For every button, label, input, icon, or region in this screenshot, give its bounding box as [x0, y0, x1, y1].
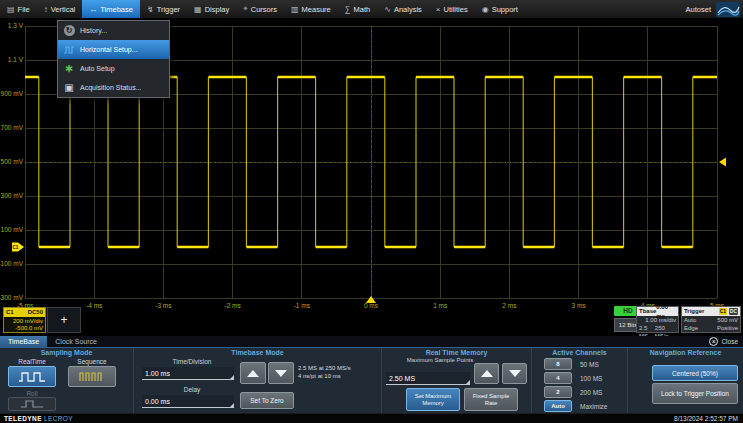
menu-item-label: Utilities — [444, 5, 468, 14]
up-arrow-icon — [481, 370, 493, 377]
sampling-info-text: 2.5 MS at 250 MS/s 4 ns/pt at 10 ms — [298, 364, 380, 380]
svg-text:700 mV: 700 mV — [1, 124, 24, 131]
menu-support[interactable]: ◉Support — [475, 0, 525, 18]
channels-2-button[interactable]: 2 — [544, 386, 572, 398]
channels-row-label: 100 MS — [580, 375, 602, 382]
lecroy-logo-icon — [716, 2, 740, 17]
panel-tab-bar: TimeBase Clock Source × Close — [0, 336, 743, 348]
menu-file[interactable]: ▤File — [0, 0, 37, 18]
menu-item-label: Trigger — [157, 5, 180, 14]
menu-timebase[interactable]: ↔Timebase — [82, 0, 140, 18]
section-active-channels: Active Channels 850 MS4100 MS2200 MSAuto… — [531, 348, 627, 413]
trigger-type: Edge — [684, 324, 698, 332]
plus-icon: + — [60, 313, 67, 327]
max-sample-points-field[interactable]: 2.50 MS — [386, 372, 470, 385]
channels-4-button[interactable]: 4 — [544, 372, 572, 384]
history-icon: ↻ — [63, 25, 75, 37]
realtime-label: RealTime — [4, 358, 60, 365]
max-sample-points-label: Maximum Sample Points — [400, 357, 480, 364]
realtime-button[interactable] — [8, 366, 56, 387]
acquisition-status-icon: ▣ — [63, 82, 75, 94]
menu-item-label: Horizontal Setup... — [80, 46, 138, 53]
menu-math[interactable]: ∑Math — [338, 0, 377, 18]
channel-descriptor-c1[interactable]: C1 DC50 200 mV/div -500.0 mV — [3, 307, 46, 333]
channel-scale: 200 mV/div — [4, 318, 43, 325]
roll-waveform-icon — [20, 399, 44, 409]
trigger-level: 500 mV — [717, 316, 738, 324]
tab-clock-source[interactable]: Clock Source — [47, 336, 105, 347]
svg-text:-300 mV: -300 mV — [0, 294, 24, 301]
svg-text:3 ms: 3 ms — [572, 302, 587, 309]
svg-text:-4 ms: -4 ms — [86, 302, 103, 309]
svg-text:2 ms: 2 ms — [502, 302, 517, 309]
svg-text:0 ms: 0 ms — [364, 302, 379, 309]
menu-item-auto-setup[interactable]: ∗Auto Setup — [58, 59, 169, 78]
menu-item-label: Math — [354, 5, 371, 14]
delay-label: Delay — [142, 386, 242, 393]
menu-item-label: File — [18, 5, 30, 14]
panel-close-button[interactable]: × Close — [709, 336, 743, 347]
channels-row-label: Maximize — [580, 403, 607, 410]
channels-auto-button[interactable]: Auto — [544, 400, 572, 412]
menu-item-acquisition-status[interactable]: ▣Acquisition Status... — [58, 78, 169, 97]
menu-vertical[interactable]: ↕Vertical — [37, 0, 83, 18]
svg-text:1 ms: 1 ms — [433, 302, 448, 309]
centered-button[interactable]: Centered (50%) — [652, 365, 738, 381]
menu-item-label: Cursors — [251, 5, 277, 14]
down-arrow-icon — [509, 370, 521, 377]
section-timebase-mode: Timebase Mode Time/Division 1.00 ms 2.5 … — [133, 348, 381, 413]
sequence-button[interactable] — [68, 366, 116, 387]
tab-timebase[interactable]: TimeBase — [0, 336, 47, 347]
fixed-sample-rate-button[interactable]: Fixed Sample Rate — [464, 388, 518, 411]
trigger-mode: Auto — [684, 316, 696, 324]
svg-text:-3 ms: -3 ms — [155, 302, 172, 309]
horizontal-setup-icon — [63, 44, 75, 56]
menu-cursors[interactable]: ⌖Cursors — [236, 0, 284, 18]
panel-body: Sampling Mode RealTime Sequence Roll Tim… — [0, 348, 743, 413]
section-sampling-mode: Sampling Mode RealTime Sequence Roll — [0, 348, 133, 413]
support-icon: ◉ — [482, 5, 489, 14]
add-trace-button[interactable]: + — [47, 307, 81, 333]
file-icon: ▤ — [7, 5, 15, 14]
trigger-label: Trigger — [684, 307, 704, 316]
menu-item-label: Support — [492, 5, 518, 14]
delay-field[interactable]: 0.00 ms — [142, 395, 234, 408]
trigger-time-marker[interactable] — [366, 296, 376, 303]
set-to-zero-button[interactable]: Set To Zero — [240, 392, 294, 409]
memory-down-button[interactable] — [502, 363, 527, 384]
svg-text:500 mV: 500 mV — [1, 158, 24, 165]
svg-text:1.3 V: 1.3 V — [8, 22, 24, 29]
trigger-source-chip: C1 — [719, 308, 727, 315]
time-division-up-button[interactable] — [240, 362, 266, 384]
time-division-label: Time/Division — [142, 358, 242, 365]
sequence-label: Sequence — [64, 358, 120, 365]
menu-item-horizontal-setup[interactable]: Horizontal Setup... — [58, 40, 169, 59]
menu-display[interactable]: ▦Display — [187, 0, 236, 18]
real-time-memory-header: Real Time Memory — [382, 349, 531, 356]
time-division-down-button[interactable] — [268, 362, 294, 384]
datetime-display: 8/13/2024 2:52:57 PM — [674, 415, 738, 422]
time-division-field[interactable]: 1.00 ms — [142, 367, 234, 380]
menu-item-label: History... — [80, 27, 107, 34]
channels-row-label: 50 MS — [580, 361, 599, 368]
memory-up-button[interactable] — [474, 363, 499, 384]
menu-utilities[interactable]: ×Utilities — [429, 0, 475, 18]
svg-text:300 mV: 300 mV — [1, 192, 24, 199]
up-arrow-icon — [247, 370, 259, 377]
set-maximum-memory-button[interactable]: Set Maximum Memory — [406, 388, 460, 411]
roll-button[interactable] — [8, 397, 56, 411]
menu-item-history[interactable]: ↻History... — [58, 21, 169, 40]
brand-logo: TELEDYNELECROY — [4, 415, 73, 422]
trigger-level-marker[interactable] — [719, 158, 726, 167]
channels-8-button[interactable]: 8 — [544, 358, 572, 370]
menu-trigger[interactable]: ↯Trigger — [140, 0, 187, 18]
menu-measure[interactable]: ▥Measure — [284, 0, 338, 18]
timebase-summary-box[interactable]: Tbase 0.00 ms 1.00 ms/div 2.5 MS 250 MS/… — [636, 306, 679, 333]
lock-to-trigger-button[interactable]: Lock to Trigger Position — [652, 383, 738, 404]
menu-analysis[interactable]: ∿Analysis — [377, 0, 429, 18]
autoset-button[interactable]: Autoset — [686, 5, 711, 14]
svg-text:900 mV: 900 mV — [1, 90, 24, 97]
trigger-summary-box[interactable]: Trigger C1 DC Auto 500 mV Edge Positive — [681, 306, 741, 333]
tbase-label: Tbase — [639, 307, 656, 316]
timebase-menu: ↻History...Horizontal Setup...∗Auto Setu… — [57, 20, 170, 98]
